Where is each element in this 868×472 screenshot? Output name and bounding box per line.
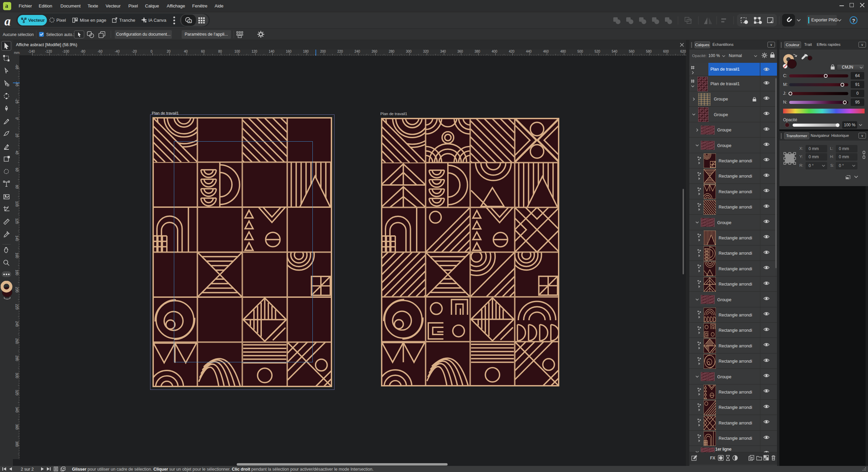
svg-text:380: 380: [474, 50, 480, 53]
svg-text:140: 140: [269, 50, 274, 53]
svg-text:540: 540: [612, 50, 617, 53]
svg-text:100: 100: [234, 50, 240, 53]
svg-text:520: 520: [595, 50, 600, 53]
svg-text:100: 100: [15, 201, 19, 207]
svg-text:40: 40: [15, 150, 19, 155]
svg-text:-60: -60: [97, 50, 103, 53]
svg-text:600: 600: [663, 50, 669, 53]
svg-text:20: 20: [167, 50, 171, 53]
svg-text:240: 240: [15, 321, 19, 327]
svg-text:160: 160: [15, 253, 19, 258]
svg-text:A: A: [189, 20, 191, 23]
svg-text:-20: -20: [15, 98, 19, 104]
svg-text:260: 260: [15, 338, 19, 344]
svg-text:360: 360: [15, 424, 19, 430]
svg-text:300: 300: [406, 50, 412, 53]
svg-text:220: 220: [15, 304, 19, 310]
svg-text:-120: -120: [45, 50, 52, 53]
svg-text:440: 440: [526, 50, 532, 53]
svg-text:580: 580: [646, 50, 652, 53]
svg-text:-40: -40: [115, 50, 120, 53]
svg-text:40: 40: [184, 50, 188, 53]
svg-text:180: 180: [15, 270, 19, 275]
svg-text:320: 320: [423, 50, 429, 53]
svg-text:0: 0: [150, 50, 152, 53]
svg-text:300: 300: [15, 373, 19, 378]
svg-text:280: 280: [389, 50, 395, 53]
svg-text:320: 320: [15, 390, 19, 396]
svg-text:-140: -140: [28, 50, 35, 53]
svg-text:20: 20: [15, 133, 19, 138]
svg-text:360: 360: [457, 50, 463, 53]
svg-text:80: 80: [15, 185, 19, 189]
svg-text:420: 420: [509, 50, 514, 53]
svg-text:180: 180: [303, 50, 309, 53]
svg-text:200: 200: [320, 50, 326, 53]
svg-text:340: 340: [15, 407, 19, 413]
svg-text:0: 0: [15, 117, 19, 119]
svg-text:60: 60: [201, 50, 205, 53]
svg-text:-80: -80: [80, 50, 86, 53]
svg-text:120: 120: [15, 218, 19, 224]
svg-text:380: 380: [15, 441, 19, 447]
svg-text:FX: FX: [710, 456, 715, 460]
svg-text:460: 460: [543, 50, 549, 53]
svg-text:620: 620: [680, 50, 686, 53]
svg-text:480: 480: [560, 50, 566, 53]
svg-text:240: 240: [355, 50, 360, 53]
svg-text:120: 120: [252, 50, 257, 53]
svg-text:60: 60: [15, 168, 19, 172]
svg-text:-40: -40: [15, 81, 19, 87]
svg-text:280: 280: [15, 356, 19, 361]
svg-text:-60: -60: [15, 64, 19, 69]
svg-text:400: 400: [492, 50, 498, 53]
svg-text:80: 80: [218, 50, 222, 53]
svg-text:140: 140: [15, 235, 19, 241]
svg-text:340: 340: [440, 50, 446, 53]
svg-text:220: 220: [337, 50, 343, 53]
svg-text:560: 560: [629, 50, 635, 53]
svg-text:260: 260: [372, 50, 377, 53]
svg-text:-20: -20: [132, 50, 137, 53]
svg-text:-100: -100: [62, 50, 69, 53]
svg-text:160: 160: [286, 50, 292, 53]
svg-text:200: 200: [15, 287, 19, 293]
svg-text:500: 500: [577, 50, 583, 53]
